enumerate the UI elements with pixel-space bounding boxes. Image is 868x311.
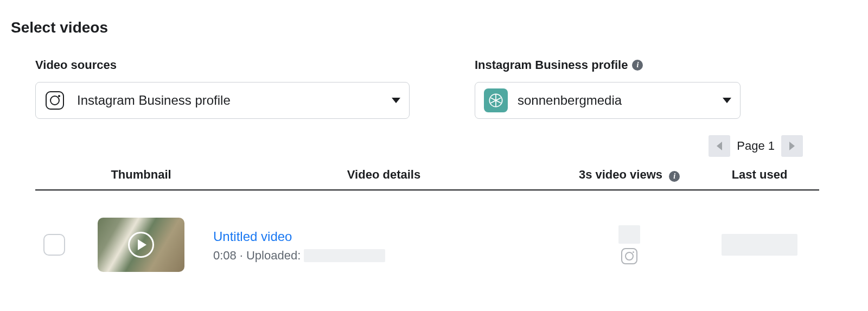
video-duration: 0:08 xyxy=(213,249,237,263)
chevron-down-icon xyxy=(723,98,731,103)
instagram-icon xyxy=(621,248,637,264)
prev-page-button[interactable] xyxy=(709,135,730,157)
play-icon xyxy=(128,232,154,258)
last-used-value-redacted xyxy=(722,234,797,256)
uploaded-value-redacted xyxy=(304,249,385,262)
page-indicator: Page 1 xyxy=(737,139,775,153)
next-page-button[interactable] xyxy=(781,135,803,157)
col-video-details: Video details xyxy=(209,162,559,190)
uploaded-label: Uploaded: xyxy=(246,249,301,263)
video-meta: 0:08 · Uploaded: xyxy=(213,249,554,263)
chevron-down-icon xyxy=(392,98,400,103)
profile-dropdown[interactable]: sonnenbergmedia xyxy=(475,82,741,119)
table-row: Untitled video 0:08 · Uploaded: xyxy=(35,190,819,278)
row-checkbox[interactable] xyxy=(43,234,65,256)
col-thumbnail: Thumbnail xyxy=(73,162,209,190)
pagination: Page 1 xyxy=(11,135,803,157)
profile-group: Instagram Business profile i sonnenbergm… xyxy=(475,58,741,119)
videos-table: Thumbnail Video details 3s video views i… xyxy=(35,162,819,278)
video-sources-group: Video sources Instagram Business profile xyxy=(35,58,410,119)
video-title-link[interactable]: Untitled video xyxy=(213,229,554,244)
info-icon[interactable]: i xyxy=(669,171,680,182)
controls-row: Video sources Instagram Business profile… xyxy=(35,58,857,119)
col-last-used: Last used xyxy=(700,162,819,190)
video-thumbnail[interactable] xyxy=(98,218,184,272)
page-title: Select videos xyxy=(11,19,857,36)
video-sources-label: Video sources xyxy=(35,58,410,72)
profile-avatar-icon xyxy=(484,88,508,112)
profile-value: sonnenbergmedia xyxy=(518,93,723,108)
profile-label: Instagram Business profile i xyxy=(475,58,741,72)
video-sources-value: Instagram Business profile xyxy=(77,93,392,108)
video-sources-dropdown[interactable]: Instagram Business profile xyxy=(35,82,410,119)
info-icon[interactable]: i xyxy=(632,60,643,71)
col-3s-views-text: 3s video views xyxy=(579,168,662,181)
views-value-redacted xyxy=(618,225,640,244)
instagram-icon xyxy=(44,90,65,111)
col-3s-views: 3s video views i xyxy=(559,162,700,190)
profile-label-text: Instagram Business profile xyxy=(475,58,628,72)
